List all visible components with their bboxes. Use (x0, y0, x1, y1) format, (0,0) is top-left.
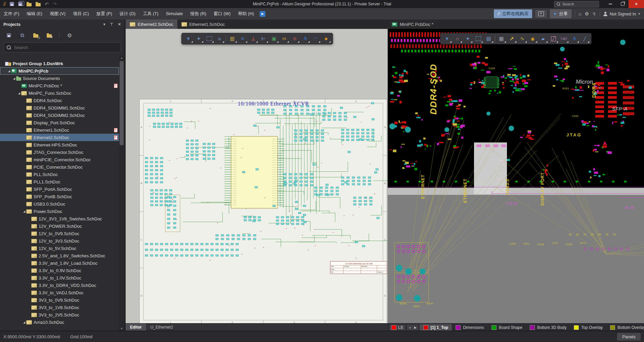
tree-item-12v-to-3v3-schdoc[interactable]: 12V_to_3V3.SchDoc (0, 237, 119, 245)
layer-tab-board-shape[interactable]: Board Shape (488, 324, 526, 331)
restore-button[interactable] (616, 0, 629, 8)
place-component-icon-button[interactable]: ▦ (496, 34, 507, 43)
menu-item-0[interactable]: 文件 (F) (0, 8, 23, 19)
filter-icon-button[interactable]: ▼ (442, 34, 452, 43)
projects-search[interactable] (3, 42, 121, 52)
tree-item-12v-to-5v-schdoc[interactable]: 12V_to_5V.SchDoc (0, 245, 119, 252)
sign-in-menu[interactable]: Not Signed In ▾ (603, 11, 640, 16)
menu-item-6[interactable]: 工具 (T) (139, 8, 162, 19)
titlebar-search[interactable]: Search (554, 1, 599, 7)
tree-item-3-3v-to-ddr4-vdd-schdoc[interactable]: 3.3V_to_DDR4_VDD.SchDoc (0, 282, 119, 289)
tab-minipc-pcbdoc[interactable]: MiniPC.PcbDoc * (388, 19, 437, 29)
bottom-tab-u-ethernet2[interactable]: U_Ethernet2 (146, 324, 177, 331)
scrollbar-thumb[interactable] (120, 61, 124, 145)
tree-item-pll1-schdoc[interactable]: PLL1.SchDoc (0, 178, 119, 185)
tree-item-ddr4-sodimm2-schdoc[interactable]: DDR4_SODIMM2.SchDoc (0, 112, 119, 119)
tree-item-3v3-to-2v5-schdoc[interactable]: 3V3_to_2V5.SchDoc (0, 311, 119, 318)
place-sheet-symbol-icon-button[interactable]: ▣ (269, 34, 279, 43)
expand-arrow-icon[interactable]: ◢ (17, 92, 21, 95)
tree-item-ddr4-sodimm1-schdoc[interactable]: DDR4_SODIMM1.SchDoc (0, 104, 119, 112)
tree-item-pll-schdoc[interactable]: PLL.SchDoc (0, 171, 119, 178)
place-arc-icon-button[interactable]: ◠ (310, 34, 321, 43)
project-options-icon[interactable]: ⚙ (46, 32, 52, 39)
select-area-icon-button[interactable] (473, 34, 483, 43)
tab-ethernet2-schdoc[interactable]: Ethernet2.SchDoc (126, 19, 177, 29)
panel-dropdown-icon[interactable]: ▾ (103, 22, 105, 27)
place-wire-icon-button[interactable]: ≈ (238, 34, 248, 43)
route-icon-button[interactable]: ↗ (507, 34, 517, 43)
pcb-canvas[interactable]: C284R241R238C373R329R271R268R260R249C933… (388, 29, 644, 324)
gear-icon[interactable]: ⚙ (585, 11, 589, 16)
save-all-icon[interactable] (18, 2, 23, 6)
tree-item-jtag-connector-schdoc[interactable]: JTAG_Connector.SchDoc (0, 148, 119, 156)
place-no-erc-icon-button[interactable]: ⊘ (290, 34, 300, 43)
tree-item-12v-3v3-1v8-swiches-schdoc[interactable]: 12V_3V3_1V8_Swiches.SchDoc (0, 215, 119, 222)
tree-item-project-group-1-dsnwrk[interactable]: Project Group 1.DsnWrk (0, 60, 119, 67)
home-icon[interactable]: ⌂ (578, 11, 581, 16)
share-button[interactable]: ➤ 分享 (550, 9, 571, 18)
tree-item-3v3-to-1v8-schdoc[interactable]: 3V3_to_1V8.SchDoc (0, 304, 119, 311)
buy-online-button[interactable]: ∂ 立即在线购买 (494, 9, 532, 18)
tree-item-sfp-portb-schdoc[interactable]: SFP_PortB.SchDoc (0, 193, 119, 200)
menu-item-10[interactable]: 帮助 (H) (234, 8, 258, 19)
tree-item-minipc-func-schdoc[interactable]: ◢MiniPC_Func.SchDoc (0, 89, 119, 97)
lightning-off-icon[interactable]: ↯ (592, 11, 596, 16)
compare-icon[interactable]: ⧉ (19, 32, 26, 39)
place-text-icon-button[interactable]: A (569, 34, 579, 43)
menu-item-3[interactable]: 项目 (C) (69, 8, 93, 19)
tree-item-pcie-connector-schdoc[interactable]: PCIE_Connector.SchDoc (0, 163, 119, 171)
layer-tab--1-1-top[interactable]: [1] 1_Top (420, 324, 452, 331)
place-polygon-icon-button[interactable]: ▰ (538, 34, 548, 43)
save-icon[interactable] (10, 2, 14, 6)
tree-item-3-3v-to-1-0v-schdoc[interactable]: 3.3V_to_1.0V.SchDoc (0, 274, 119, 282)
layer-set-button[interactable]: LS (389, 325, 405, 331)
layer-tab-dimensions[interactable]: Dimensions (452, 324, 488, 331)
place-junction-icon-button[interactable]: ◆ (321, 34, 331, 43)
snap-icon-button[interactable]: ∩ (452, 34, 463, 43)
menu-item-4[interactable]: 放置 (P) (93, 8, 116, 19)
tree-item-3-3v-and-1-8v-load-schdoc[interactable]: 3.3V_and_1.8V_Load.SchDoc (0, 259, 119, 267)
tree-item-minipcie-connector-schdoc[interactable]: miniPCIE_Connector.SchDoc (0, 156, 119, 163)
projects-search-input[interactable] (13, 45, 118, 50)
place-port-icon-button[interactable]: ⊢ (258, 34, 269, 43)
menu-item-1[interactable]: 编辑 (E) (23, 8, 46, 19)
move-icon-button[interactable]: + (463, 34, 473, 43)
tree-item-ethernet1-schdoc[interactable]: Ethernet1.SchDoc (0, 126, 119, 134)
tree-item-3-3v-to-vadj-schdoc[interactable]: 3.3V_to_VADJ.SchDoc (0, 289, 119, 296)
save-icon[interactable] (5, 32, 12, 39)
select-area-icon-button[interactable] (204, 34, 214, 43)
settings-icon[interactable]: ⚙ (66, 32, 73, 39)
place-net-label-icon-button[interactable]: D1 (279, 34, 290, 43)
redo-icon[interactable]: ↷ (53, 1, 57, 7)
menu-item-5[interactable]: 设计 (D) (116, 8, 139, 19)
panels-button[interactable]: Panels (617, 333, 641, 341)
place-text-icon-button[interactable]: A (300, 34, 310, 43)
panel-pin-icon[interactable]: ⊤ (110, 22, 113, 27)
menu-item-9[interactable]: 窗口 (W) (210, 8, 234, 19)
menu-item-7[interactable]: Simulate (162, 8, 187, 19)
menu-item-8[interactable]: 报告 (R) (186, 8, 210, 19)
expand-arrow-icon[interactable]: ◢ (22, 210, 26, 213)
scroll-up-icon[interactable]: ▲ (119, 56, 124, 60)
move-icon-button[interactable]: + (194, 34, 204, 43)
tree-item-12v-power-schdoc[interactable]: 12V_POWER.SchDoc (0, 222, 119, 230)
quick-launch-icon[interactable]: ▶ (260, 11, 265, 17)
filter-icon-button[interactable]: ▼ (183, 34, 194, 43)
close-button[interactable]: ✕ (629, 0, 644, 8)
route-diff-pair-icon-button[interactable]: ∿ (517, 34, 527, 43)
tree-item-arria10-schdoc[interactable]: ◢Arria10.SchDoc (0, 318, 119, 326)
place-track-icon-button[interactable]: ╱ (548, 34, 559, 43)
tree-item-source-documents[interactable]: ◢Source Documents (0, 75, 119, 82)
expand-arrow-icon[interactable]: ◢ (7, 70, 11, 73)
tree-item-ethernet-hps-schdoc[interactable]: Ethernet-HPS.SchDoc (0, 141, 119, 148)
undo-icon[interactable]: ↶ (45, 1, 49, 7)
expand-arrow-icon[interactable]: ◢ (22, 321, 26, 324)
tree-item-minipc-pcbdoc-[interactable]: MiniPC.PcbDoc * (0, 82, 119, 89)
layer-tab-bottom-3d-body[interactable]: Bottom 3D Body (526, 324, 570, 331)
tree-item-3-3v-to-0-9v-schdoc[interactable]: 3.3V_to_0.9V.SchDoc (0, 267, 119, 274)
tree-item-power-schdoc[interactable]: ◢Power.SchDoc (0, 208, 119, 215)
layer-tab-bottom-overlay[interactable]: Bottom Overlay (606, 324, 644, 331)
tree-item-2-5v-and-1-8v-switches-schdoc[interactable]: 2.5V_and_1.8V_Switches.SchDoc (0, 252, 119, 259)
tree-item-ethernet2-schdoc[interactable]: Ethernet2.SchDoc (0, 134, 119, 141)
layer-stack-icon-button[interactable]: ▤ (483, 34, 494, 43)
